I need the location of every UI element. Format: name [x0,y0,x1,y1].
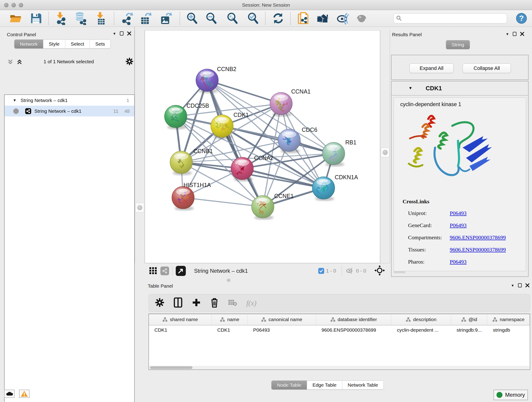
table-cell[interactable]: stringdb:9... [451,327,488,333]
network-canvas[interactable]: CCNB2CCNA1CDC25BCDK1CDC6RB1CCNB1CCNA2CDK… [145,30,380,263]
export-table-button[interactable] [139,12,153,25]
float-panel-icon[interactable] [120,32,123,36]
function-builder-icon[interactable]: f(x) [246,299,256,307]
show-eye-button[interactable] [355,12,369,25]
crosslink-link[interactable]: 9606.ENSP00000378699 [450,235,506,240]
left-splitter-handle[interactable] [135,203,144,212]
tab-sets[interactable]: Sets [90,40,110,48]
horizontal-splitter-handle[interactable] [227,279,230,282]
edge-CCNE1-HIST1H1A[interactable] [183,198,263,207]
zoom-selected-button[interactable] [246,12,260,25]
column-header-description[interactable]: description [391,314,451,325]
node-HIST1H1A[interactable]: HIST1H1A [172,182,211,211]
search-field[interactable] [393,13,507,23]
table-cell[interactable]: 9606.ENSP00000378699 [316,327,391,333]
close-panel-icon[interactable] [127,32,131,36]
tab-edge-table[interactable]: Edge Table [307,381,342,389]
table-row[interactable]: CDK1CDK1P064939606.ENSP00000378699cyclin… [149,325,530,335]
network-share-icon[interactable] [160,267,169,275]
options-gear-icon[interactable] [126,57,133,66]
zoom-in-button[interactable] [185,12,199,25]
zoom-fit-button[interactable] [225,12,239,25]
open-session-button[interactable] [8,12,23,25]
table-cell[interactable]: CDK1 [149,327,212,333]
close-table-panel-icon[interactable] [525,283,530,287]
column-header-@id[interactable]: @id [451,314,488,325]
grid-view-icon[interactable] [149,266,157,275]
entry-disclosure-icon[interactable]: ▼ [409,86,412,90]
table-settings-gear-icon[interactable] [155,298,164,308]
network-graph[interactable]: CCNB2CCNA1CDC25BCDK1CDC6RB1CCNB1CCNA2CDK… [145,31,380,263]
column-header-canonical-name[interactable]: canonical name [248,314,316,325]
node-CCNE1[interactable]: CCNE1 [252,193,294,220]
collapse-results-icon[interactable]: ▼ [506,32,509,36]
crosslink-link[interactable]: 9606.ENSP00000378699 [450,247,506,253]
edge-CCNB2-CCNE1[interactable] [207,80,263,207]
node-CDKN1A[interactable]: CDKN1A [312,174,358,201]
collapse-all-button[interactable]: Collapse All [462,64,511,73]
warning-status-button[interactable] [19,390,30,398]
table-cell[interactable]: CDK1 [212,327,248,333]
tab-select[interactable]: Select [65,40,90,48]
column-header-name[interactable]: name [212,314,248,325]
table-cell[interactable]: stringdb [487,327,530,333]
add-column-icon[interactable] [192,298,201,308]
column-header-shared-name[interactable]: shared name [149,314,212,325]
memory-button[interactable]: Memory [494,390,528,400]
results-scrollbar-fragment[interactable] [394,271,405,273]
hidden-eye-icon[interactable] [345,266,354,275]
import-network-file-button[interactable] [54,12,68,25]
expand-all-tree-icon[interactable] [16,58,23,66]
network-row-selected[interactable]: String Network – cdk1 11 48 [5,106,134,116]
save-session-button[interactable] [29,12,43,25]
edge-CCNB2-CCNA1[interactable] [207,80,281,104]
float-table-panel-icon[interactable] [518,283,522,287]
expand-all-button[interactable]: Expand All [409,64,454,73]
tab-style[interactable]: Style [43,40,65,48]
detach-view-icon[interactable] [176,266,186,276]
table-hscrollbar-thumb[interactable] [150,366,192,369]
collapse-all-tree-icon[interactable] [7,58,14,66]
node-RB1[interactable]: RB1 [322,139,356,167]
results-tab-string[interactable]: String [446,40,470,49]
column-header-namespace[interactable]: namespace [487,314,530,325]
entry-header[interactable]: ▼ CDK1 [392,81,528,96]
cloud-status-button[interactable] [4,390,15,398]
table-cell[interactable]: P06493 [248,327,316,333]
tab-network[interactable]: Network [14,40,43,48]
reposition-crosshair-icon[interactable] [374,265,385,277]
zoom-out-button[interactable] [204,12,218,25]
crosslink-link[interactable]: P06493 [450,259,467,265]
collapse-table-panel-icon[interactable]: ▼ [511,283,514,287]
close-results-icon[interactable] [520,32,524,36]
clone-network-button[interactable] [297,12,311,25]
crosslink-link[interactable]: P06493 [450,210,467,216]
refresh-view-button[interactable] [271,12,285,25]
float-results-icon[interactable] [513,32,516,36]
export-image-button[interactable] [159,12,173,25]
right-splitter-handle[interactable] [381,148,389,157]
export-network-button[interactable] [120,12,134,25]
collection-disclosure-icon[interactable]: ▼ [13,98,17,102]
hide-eye-button[interactable] [336,12,350,25]
column-header-database-identifier[interactable]: database identifier [316,314,391,325]
search-input[interactable] [404,16,505,21]
tab-network-table[interactable]: Network Table [342,381,384,389]
collapse-panel-icon[interactable]: ▼ [113,32,116,36]
node-CDC6[interactable]: CDC6 [278,127,317,153]
left-splitter[interactable] [135,30,145,263]
crosslink-link[interactable]: P06493 [450,222,467,228]
delete-column-icon[interactable] [210,298,219,308]
right-splitter[interactable] [380,30,390,263]
table-hscrollbar[interactable] [149,366,529,370]
tab-node-table[interactable]: Node Table [272,381,307,389]
table-cell[interactable]: cyclin-dependent ... [391,327,451,333]
network-collection-row[interactable]: ▼ String Network – cdk1 1 [5,95,134,106]
selected-checkbox[interactable] [318,268,324,274]
show-columns-icon[interactable] [173,298,183,308]
string-home-button[interactable] [317,12,331,25]
help-button[interactable]: ? [514,12,529,25]
delete-table-icon[interactable] [228,299,237,307]
import-table-button[interactable] [94,12,108,25]
import-network-database-button[interactable] [74,12,88,25]
